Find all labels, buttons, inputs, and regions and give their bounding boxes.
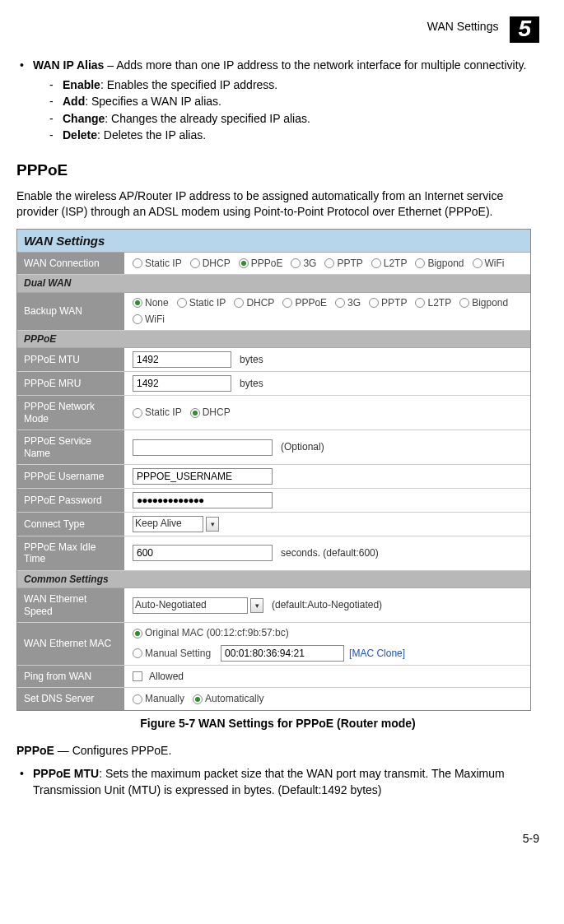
pppoe-mtu-input[interactable] bbox=[133, 351, 231, 368]
wan-connection-value: Static IP DHCP PPPoE 3G PPTP L2TP Bigpon… bbox=[124, 253, 530, 274]
pppoe-paragraph: Enable the wireless AP/Router IP address… bbox=[16, 188, 539, 221]
sub-enable-text: : Enables the specified IP address. bbox=[100, 78, 277, 91]
sub-delete-text: : Deletes the IP alias. bbox=[97, 128, 206, 142]
radio-mac-orig[interactable]: Original MAC (00:12:cf:9b:57:bc) bbox=[133, 626, 289, 640]
mac-clone-link[interactable]: [MAC Clone] bbox=[349, 647, 405, 661]
radio-l2tp[interactable]: L2TP bbox=[371, 257, 408, 271]
connect-type-label: Connect Type bbox=[17, 513, 124, 536]
wan-ip-alias-label: WAN IP Alias bbox=[33, 58, 104, 72]
radio-nm-dhcp[interactable]: DHCP bbox=[190, 406, 231, 420]
wan-connection-label: WAN Connection bbox=[17, 253, 124, 274]
bullet-wan-ip-alias: • WAN IP Alias – Adds more than one IP a… bbox=[20, 58, 539, 145]
figure-caption: Figure 5-7 WAN Settings for PPPoE (Route… bbox=[16, 716, 539, 732]
pppoe-svc-input[interactable] bbox=[133, 439, 273, 456]
desc-pppoe-text: — Configures PPPoE. bbox=[54, 744, 171, 757]
desc-pppoe-label: PPPoE bbox=[16, 744, 54, 757]
desc-mtu-text: : Sets the maximum packet size that the … bbox=[33, 767, 505, 796]
connect-type-select[interactable]: Keep Alive bbox=[133, 516, 203, 532]
sub-change-text: : Changes the already specified IP alias… bbox=[105, 112, 310, 125]
wan-settings-screenshot: WAN Settings WAN Connection Static IP DH… bbox=[16, 229, 531, 711]
ethspeed-label: WAN Ethernet Speed bbox=[17, 588, 124, 622]
pppoe-mtu-label: PPPoE MTU bbox=[17, 348, 124, 371]
svc-suffix: (Optional) bbox=[281, 440, 324, 454]
pppoe-user-label: PPPoE Username bbox=[17, 465, 124, 488]
ethspeed-select[interactable]: Auto-Negotiated bbox=[133, 597, 248, 614]
page-header: WAN Settings 5 bbox=[16, 16, 539, 51]
bullet-pppoe-mtu: • PPPoE MTU: Sets the maximum packet siz… bbox=[20, 766, 539, 798]
radio-bk-wifi[interactable]: WiFi bbox=[133, 313, 165, 327]
common-settings-section: Common Settings bbox=[17, 571, 530, 589]
chapter-number: 5 bbox=[510, 16, 539, 43]
radio-bk-dhcp[interactable]: DHCP bbox=[234, 296, 274, 310]
radio-bk-l2tp[interactable]: L2TP bbox=[415, 296, 451, 310]
pppoe-netmode-label: PPPoE Network Mode bbox=[17, 396, 124, 429]
sub-add-text: : Specifies a WAN IP alias. bbox=[85, 95, 221, 108]
radio-bk-static[interactable]: Static IP bbox=[177, 296, 226, 310]
pppoe-heading: PPPoE bbox=[16, 160, 539, 182]
radio-bk-3g[interactable]: 3G bbox=[335, 296, 361, 310]
ping-label: Ping from WAN bbox=[17, 666, 124, 687]
backup-wan-value: None Static IP DHCP PPPoE 3G PPTP L2TP B… bbox=[124, 293, 530, 330]
maxidle-label: PPPoE Max Idle Time bbox=[17, 536, 124, 570]
radio-mac-manual[interactable]: Manual Setting bbox=[133, 647, 211, 661]
sub-add-label: Add bbox=[63, 95, 85, 108]
pppoe-svc-label: PPPoE Service Name bbox=[17, 430, 124, 464]
chevron-down-icon[interactable]: ▾ bbox=[206, 517, 219, 532]
radio-bk-pptp[interactable]: PPTP bbox=[369, 296, 407, 310]
dns-label: Set DNS Server bbox=[17, 688, 124, 709]
radio-bk-pppoe[interactable]: PPPoE bbox=[282, 296, 327, 310]
radio-bigpond[interactable]: Bigpond bbox=[415, 257, 464, 271]
radio-nm-static[interactable]: Static IP bbox=[133, 406, 182, 420]
radio-dns-auto[interactable]: Automatically bbox=[193, 692, 263, 706]
ethmac-label: WAN Ethernet MAC bbox=[17, 623, 124, 665]
pppoe-user-input[interactable] bbox=[133, 468, 273, 485]
sub-change-label: Change bbox=[63, 112, 105, 125]
radio-pptp[interactable]: PPTP bbox=[324, 257, 362, 271]
sub-delete-label: Delete bbox=[63, 128, 97, 142]
dual-wan-section: Dual WAN bbox=[17, 275, 530, 293]
scr-title: WAN Settings bbox=[17, 230, 530, 253]
pppoe-mru-input[interactable] bbox=[133, 375, 231, 392]
chevron-down-icon[interactable]: ▾ bbox=[250, 598, 263, 613]
maxidle-input[interactable] bbox=[133, 545, 273, 561]
pppoe-pass-label: PPPoE Password bbox=[17, 489, 124, 512]
radio-wifi[interactable]: WiFi bbox=[473, 257, 505, 271]
ping-checkbox[interactable] bbox=[133, 671, 142, 681]
mtu-unit: bytes bbox=[240, 353, 263, 367]
radio-dns-man[interactable]: Manually bbox=[133, 692, 184, 706]
maxidle-suffix: seconds. (default:600) bbox=[281, 546, 379, 560]
ping-check-label: Allowed bbox=[149, 670, 184, 684]
page-number: 5-9 bbox=[16, 831, 539, 847]
radio-static-ip[interactable]: Static IP bbox=[133, 257, 182, 271]
pppoe-pass-input[interactable] bbox=[133, 492, 273, 508]
header-title: WAN Settings bbox=[427, 20, 499, 33]
radio-dhcp[interactable]: DHCP bbox=[190, 257, 231, 271]
mac-manual-input[interactable] bbox=[221, 645, 344, 662]
pppoe-section-header: PPPoE bbox=[17, 331, 530, 349]
radio-bk-bigpond[interactable]: Bigpond bbox=[459, 296, 508, 310]
radio-pppoe[interactable]: PPPoE bbox=[239, 257, 283, 271]
wan-ip-alias-text: – Adds more than one IP address to the n… bbox=[104, 58, 526, 72]
radio-bk-none[interactable]: None bbox=[133, 296, 169, 310]
pppoe-mru-label: PPPoE MRU bbox=[17, 372, 124, 395]
backup-wan-label: Backup WAN bbox=[17, 293, 124, 330]
mru-unit: bytes bbox=[240, 377, 263, 391]
radio-3g[interactable]: 3G bbox=[291, 257, 316, 271]
ethspeed-suffix: (default:Auto-Negotiated) bbox=[272, 598, 382, 612]
sub-enable-label: Enable bbox=[63, 78, 100, 91]
desc-mtu-label: PPPoE MTU bbox=[33, 767, 99, 780]
